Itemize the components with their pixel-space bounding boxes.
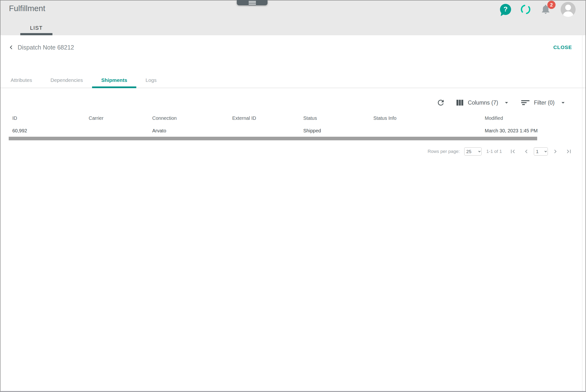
- page-number-select[interactable]: 1: [534, 147, 548, 156]
- filter-dropdown[interactable]: Filter (0): [521, 98, 567, 107]
- close-button[interactable]: CLOSE: [553, 44, 572, 50]
- app-header: Fulfillment LIST ? 2: [0, 0, 586, 35]
- help-icon: ?: [503, 5, 507, 13]
- chevron-right-icon: [552, 148, 559, 155]
- cell-connection: Arvato: [149, 128, 229, 134]
- column-header-id[interactable]: ID: [9, 116, 85, 121]
- cell-status: Shipped: [300, 128, 370, 134]
- previous-page-button[interactable]: [523, 148, 530, 155]
- user-avatar[interactable]: [561, 2, 575, 17]
- filter-icon: [521, 98, 530, 107]
- table-toolbar: Columns (7) Filter (0): [436, 96, 567, 109]
- chevron-down-icon: [559, 99, 567, 106]
- pagination-bar: Rows per page: 25 1-1 of 1 1: [427, 146, 572, 157]
- avatar-person-icon: [565, 4, 571, 10]
- first-page-icon: [509, 148, 516, 155]
- back-button[interactable]: [6, 42, 17, 53]
- nav-tab-list[interactable]: LIST: [20, 21, 53, 35]
- refresh-button[interactable]: [436, 98, 445, 107]
- chevron-left-icon: [523, 148, 530, 155]
- column-header-status[interactable]: Status: [300, 116, 370, 121]
- last-page-icon: [565, 148, 572, 155]
- refresh-icon: [436, 98, 445, 107]
- column-header-modified[interactable]: Modified: [481, 116, 586, 121]
- tab-dependencies[interactable]: Dependencies: [41, 72, 92, 88]
- vertical-scrollbar-track: [582, 35, 582, 391]
- cell-modified: March 30, 2023 1:45 PM: [481, 128, 586, 134]
- table-header-row: ID Carrier Connection External ID Status…: [9, 112, 586, 125]
- column-header-carrier[interactable]: Carrier: [85, 116, 149, 121]
- tab-logs[interactable]: Logs: [136, 72, 166, 88]
- help-button[interactable]: ?: [500, 4, 511, 15]
- last-page-button[interactable]: [565, 148, 572, 155]
- hamburger-icon: [249, 1, 256, 4]
- columns-label: Columns (7): [468, 100, 498, 106]
- rows-per-page-select[interactable]: 25: [464, 147, 482, 156]
- next-page-button[interactable]: [552, 148, 559, 155]
- nav-tab-list-label: LIST: [30, 25, 43, 31]
- cell-id: 60,992: [9, 128, 85, 134]
- page-title: Dispatch Note 68212: [18, 44, 74, 51]
- header-icon-group: ? 2: [500, 1, 575, 18]
- pagination-range: 1-1 of 1: [486, 149, 502, 154]
- app-title: Fulfillment: [9, 4, 45, 13]
- chevron-down-icon: [503, 99, 510, 106]
- detail-tab-bar: Attributes Dependencies Shipments Logs: [0, 72, 586, 88]
- columns-dropdown[interactable]: Columns (7): [456, 98, 510, 107]
- chevron-left-icon: [7, 44, 15, 51]
- filter-label: Filter (0): [534, 100, 554, 106]
- nav-tab-active-underline: [20, 33, 53, 35]
- columns-icon: [456, 98, 464, 107]
- loading-spinner-icon: [520, 4, 531, 15]
- shipments-table: ID Carrier Connection External ID Status…: [9, 112, 586, 137]
- top-center-menu-tab[interactable]: [237, 0, 268, 5]
- notifications-button[interactable]: 2: [540, 3, 552, 16]
- column-header-connection[interactable]: Connection: [149, 116, 229, 121]
- detail-header: Dispatch Note 68212 CLOSE: [0, 35, 586, 60]
- notification-badge: 2: [547, 1, 555, 9]
- tab-attributes[interactable]: Attributes: [2, 72, 41, 88]
- horizontal-scrollbar[interactable]: [9, 137, 537, 140]
- table-row[interactable]: 60,992 Arvato Shipped March 30, 2023 1:4…: [9, 125, 586, 137]
- rows-per-page-label: Rows per page:: [427, 149, 460, 154]
- tab-shipments[interactable]: Shipments: [92, 72, 136, 88]
- first-page-button[interactable]: [509, 148, 516, 155]
- column-header-external-id[interactable]: External ID: [229, 116, 300, 121]
- column-header-status-info[interactable]: Status Info: [370, 116, 481, 121]
